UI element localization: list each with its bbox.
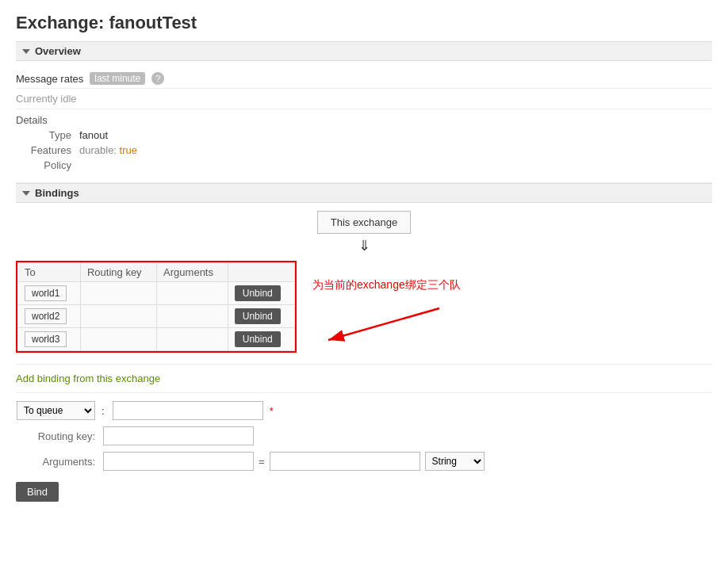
features-value: durable: true [79, 144, 137, 156]
features-key: durable: [79, 144, 117, 156]
routing-key-label: Routing key: [16, 430, 95, 442]
unbind-btn-3[interactable]: Unbind [235, 331, 281, 347]
policy-row: Policy [16, 159, 712, 171]
bindings-section-header: Bindings [16, 183, 712, 203]
arrow-down: ⇓ [16, 237, 712, 254]
message-rates-label: Message rates [16, 73, 83, 85]
annotation-text: 为当前的exchange绑定三个队 [312, 278, 461, 291]
routing-key-cell-2 [80, 305, 156, 328]
to-queue-row: To queue To exchange : * [16, 401, 712, 420]
unbind-cell-3: Unbind [228, 328, 294, 351]
features-label: Features [16, 144, 79, 156]
features-row: Features durable: true [16, 144, 712, 156]
arguments-cell-2 [157, 305, 228, 328]
unbind-cell-1: Unbind [228, 282, 294, 305]
bindings-collapse-icon[interactable] [22, 191, 30, 196]
overview-collapse-icon[interactable] [22, 49, 30, 54]
table-row: world3 Unbind [18, 328, 295, 351]
required-star: * [270, 405, 274, 417]
equals-sign: = [259, 456, 265, 468]
overview-section-header: Overview [16, 41, 712, 61]
title-name: fanoutTest [109, 13, 197, 32]
queue-name-input[interactable] [113, 401, 263, 420]
arguments-cell-1 [157, 282, 228, 305]
table-row: world2 Unbind [18, 305, 295, 328]
queue-cell-3: world3 [18, 328, 81, 351]
to-queue-form-label: To queue To exchange [16, 401, 95, 420]
bindings-label: Bindings [35, 187, 79, 199]
routing-key-cell-1 [80, 282, 156, 305]
exchange-box-center: This exchange [16, 211, 712, 234]
bindings-red-border-box: To Routing key Arguments world1 [16, 261, 297, 353]
bindings-outer: This exchange ⇓ To Routing key Arguments [16, 211, 712, 353]
routing-key-cell-3 [80, 328, 156, 351]
arguments-key-input[interactable] [103, 452, 254, 471]
page-title: Exchange: fanoutTest [16, 13, 712, 33]
add-binding-section: Add binding from this exchange To queue … [16, 364, 712, 502]
details-title: Details [16, 114, 712, 126]
last-minute-badge[interactable]: last minute [90, 72, 145, 85]
routing-key-row: Routing key: [16, 426, 712, 445]
arguments-row: Arguments: = String Number Boolean [16, 452, 712, 471]
arguments-type-select[interactable]: String Number Boolean [425, 452, 485, 471]
svg-line-1 [328, 308, 439, 340]
table-header-row: To Routing key Arguments [18, 263, 295, 282]
question-mark-icon[interactable]: ? [151, 72, 164, 85]
title-prefix: Exchange: [16, 13, 109, 32]
policy-label: Policy [16, 159, 79, 171]
type-row: Type fanout [16, 129, 712, 141]
type-label: Type [16, 129, 79, 141]
col-routing-key: Routing key [80, 263, 156, 282]
annotation-arrow-svg [312, 292, 471, 356]
queue-btn-1[interactable]: world1 [25, 285, 67, 301]
arguments-cell-3 [157, 328, 228, 351]
queue-cell-2: world2 [18, 305, 81, 328]
overview-label: Overview [35, 45, 81, 57]
arguments-value-input[interactable] [270, 452, 420, 471]
to-queue-select[interactable]: To queue To exchange [17, 401, 95, 420]
unbind-btn-1[interactable]: Unbind [235, 285, 281, 301]
queue-btn-2[interactable]: world2 [25, 308, 67, 324]
routing-key-input[interactable] [103, 426, 254, 445]
queue-btn-3[interactable]: world3 [25, 331, 67, 347]
features-true: true [120, 144, 137, 156]
add-binding-title: Add binding from this exchange [16, 373, 712, 384]
message-rates-row: Message rates last minute ? [16, 67, 712, 89]
colon-separator: : [102, 405, 105, 417]
currently-idle: Currently idle [16, 89, 712, 109]
bind-button[interactable]: Bind [16, 482, 59, 502]
unbind-cell-2: Unbind [228, 305, 294, 328]
queue-cell-1: world1 [18, 282, 81, 305]
col-action [228, 263, 294, 282]
bindings-table: To Routing key Arguments world1 [17, 262, 295, 351]
details-section: Details Type fanout Features durable: tr… [16, 109, 712, 183]
col-to: To [18, 263, 81, 282]
type-value: fanout [79, 129, 108, 141]
arguments-label: Arguments: [16, 456, 95, 468]
unbind-btn-2[interactable]: Unbind [235, 308, 281, 324]
col-arguments: Arguments [157, 263, 228, 282]
table-row: world1 Unbind [18, 282, 295, 305]
page-container: Exchange: fanoutTest Overview Message ra… [0, 0, 728, 514]
this-exchange-button[interactable]: This exchange [317, 211, 412, 234]
